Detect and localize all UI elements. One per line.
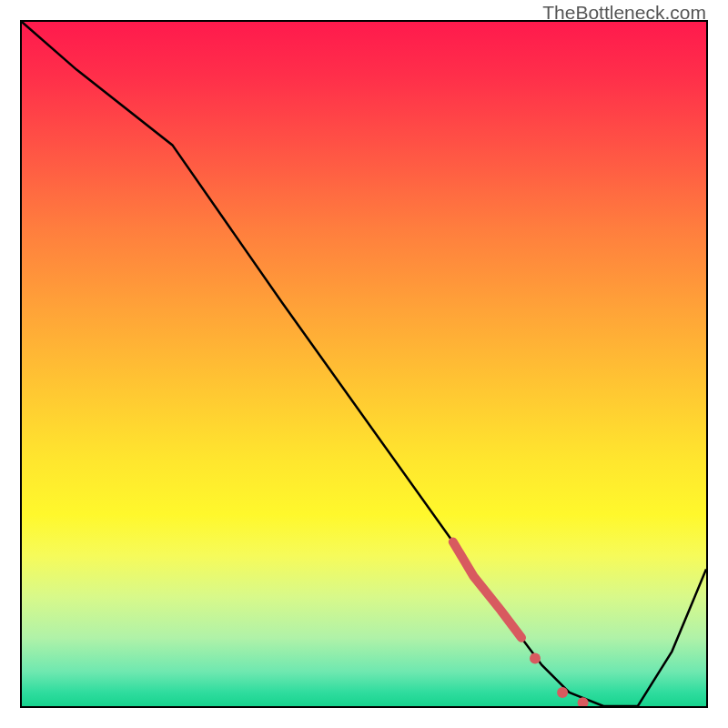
plot-area xyxy=(20,20,708,708)
bottleneck-curve-line xyxy=(22,22,706,706)
highlight-segment xyxy=(453,542,521,638)
marker-dot xyxy=(557,687,568,698)
chart-svg xyxy=(22,22,706,706)
chart-container: TheBottleneck.com xyxy=(0,0,728,728)
marker-dot xyxy=(530,652,541,663)
marker-group xyxy=(530,652,589,706)
